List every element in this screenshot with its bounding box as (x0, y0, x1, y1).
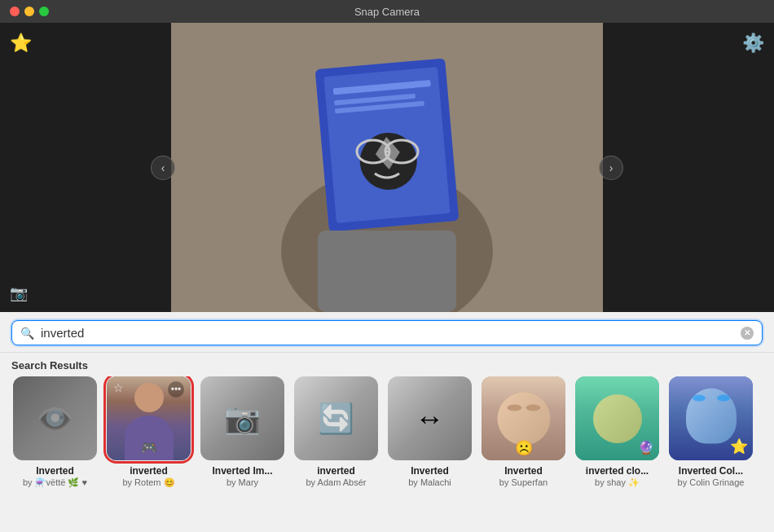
person-body-badge: 🎮 (141, 440, 157, 455)
lens-item-invertedSuper[interactable]: ☹️ Inverted by Superfan (477, 376, 570, 532)
svg-rect-13 (171, 23, 603, 312)
lens-thumbnail-inverted4: ↔️ (388, 376, 472, 460)
lens-thumbnail-inverted2: 🎮 ☆ ••• (107, 376, 191, 460)
lens-item-invertedClo[interactable]: 🔮 inverted clo... by shay ✨ (570, 376, 664, 532)
camera-left-panel (0, 23, 175, 312)
prev-arrow-button[interactable]: ‹ (151, 156, 175, 180)
lens-author-inverted4: by Malachi (388, 477, 472, 487)
camera-right-panel (599, 23, 774, 312)
next-arrow-button[interactable]: › (599, 156, 623, 180)
settings-gear-icon[interactable]: ⚙️ (742, 33, 764, 54)
lens-thumbnail-invertedClo: 🔮 (575, 376, 659, 460)
lens-thumbnail-invertedSuper: ☹️ (482, 376, 565, 460)
lens-author-inverted2: by Rotem 😊 (107, 477, 191, 488)
titlebar: Snap Camera (0, 0, 774, 23)
maximize-button[interactable] (39, 7, 49, 16)
lens-author-invertedCol: by Colin Grinage (669, 477, 753, 487)
lens-name-invertedClo: inverted clo... (575, 465, 659, 477)
search-bar-container: 🔍 ✕ (0, 312, 774, 353)
favorite-star-icon[interactable]: ⭐ (10, 33, 32, 54)
lens-top-icons: ☆ ••• (107, 381, 191, 398)
lens-item-inverted3[interactable]: 🔄 inverted by Adam Absér (289, 376, 383, 532)
lens-item-invertedCol[interactable]: ⭐ Inverted Col... by Colin Grinage (664, 376, 758, 532)
lens-name-inverted4: Inverted (388, 465, 472, 477)
app-title: Snap Camera (354, 6, 420, 18)
camera-feed (171, 23, 603, 312)
lens-thumbnail-inverted1: 👁️ (13, 376, 97, 460)
lens-author-inverted1: by ⚗️vëttë 🌿 ♥️ (13, 477, 97, 488)
lens-item-inverted2[interactable]: 🎮 ☆ ••• inverted by Rotem 😊 (102, 376, 196, 532)
search-clear-button[interactable]: ✕ (741, 327, 754, 340)
lens-name-invertedSuper: Inverted (482, 465, 565, 477)
lens-star-icon[interactable]: ☆ (113, 381, 124, 398)
lens-author-inverted3: by Adam Absér (294, 477, 378, 487)
lens-item-invertedIm[interactable]: 📷 Inverted Im... by Mary (196, 376, 289, 532)
person-body: 🎮 (125, 415, 174, 460)
search-icon: 🔍 (20, 327, 34, 340)
lens-name-inverted1: Inverted (13, 465, 97, 477)
lens-author-invertedClo: by shay ✨ (575, 477, 659, 488)
search-bar: 🔍 ✕ (11, 320, 763, 345)
lens-item-inverted4[interactable]: ↔️ Inverted by Malachi (383, 376, 477, 532)
lens-name-invertedCol: Inverted Col... (669, 465, 753, 477)
traffic-lights (10, 7, 49, 16)
close-button[interactable] (10, 7, 20, 16)
lens-name-inverted2: inverted (107, 465, 191, 477)
lens-thumbnail-invertedIm: 📷 (200, 376, 284, 460)
lens-thumbnail-invertedCol: ⭐ (669, 376, 753, 460)
lens-item-inverted1[interactable]: 👁️ Inverted by ⚗️vëttë 🌿 ♥️ (8, 376, 102, 532)
minimize-button[interactable] (24, 7, 34, 16)
screenshot-button[interactable]: 📷 (10, 284, 28, 302)
lens-author-invertedSuper: by Superfan (482, 477, 565, 487)
search-input[interactable] (41, 326, 734, 340)
lens-more-icon[interactable]: ••• (168, 381, 184, 398)
lens-name-inverted3: inverted (294, 465, 378, 477)
lens-author-invertedIm: by Mary (200, 477, 284, 487)
lens-name-invertedIm: Inverted Im... (200, 465, 284, 477)
camera-area: ⭐ ⚙️ 📷 (0, 23, 774, 312)
search-results-label: Search Results (0, 353, 774, 376)
lens-thumbnail-inverted3: 🔄 (294, 376, 378, 460)
search-panel: 🔍 ✕ Search Results 👁️ Inverted by ⚗️vëtt… (0, 312, 774, 532)
lens-grid: 👁️ Inverted by ⚗️vëttë 🌿 ♥️ 🎮 ☆ ••• (0, 376, 774, 532)
